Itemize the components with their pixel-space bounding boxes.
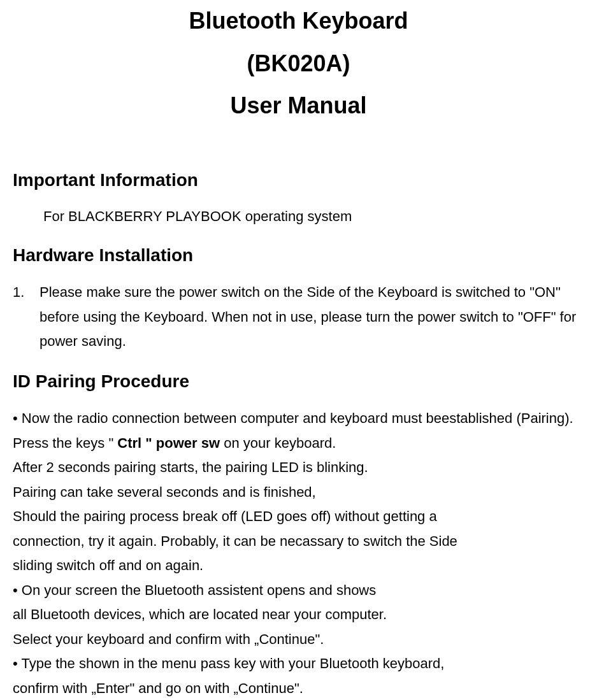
- pairing-line-11: confirm with „Enter" and go on with „Con…: [13, 676, 584, 700]
- pairing-line-8: all Bluetooth devices, which are located…: [13, 603, 584, 627]
- title-line-1: Bluetooth Keyboard: [13, 0, 584, 43]
- pairing-line-3: Pairing can take several seconds and is …: [13, 480, 584, 505]
- title-line-2: (BK020A): [13, 43, 584, 85]
- section-heading-hardware: Hardware Installation: [13, 241, 584, 270]
- title-line-3: User Manual: [13, 85, 584, 127]
- section-heading-pairing: ID Pairing Procedure: [13, 367, 584, 396]
- item-text: Please make sure the power switch on the…: [40, 284, 576, 349]
- hardware-item-1: 1. Please make sure the power switch on …: [13, 280, 584, 354]
- pairing-line-5: connection, try it again. Probably, it c…: [13, 529, 584, 554]
- important-body: For BLACKBERRY PLAYBOOK operating system: [13, 205, 584, 228]
- pairing-line-7: • On your screen the Bluetooth assistent…: [13, 578, 584, 603]
- pairing-line-4: Should the pairing process break off (LE…: [13, 504, 584, 529]
- pairing-line-10: • Type the shown in the menu pass key wi…: [13, 652, 584, 676]
- pairing-p1-bold: Ctrl " power sw: [117, 435, 220, 451]
- item-number: 1.: [13, 280, 24, 305]
- pairing-body: • Now the radio connection between compu…: [13, 406, 584, 700]
- pairing-line-6: sliding switch off and on again.: [13, 554, 584, 578]
- pairing-line-2: After 2 seconds pairing starts, the pair…: [13, 455, 584, 480]
- section-heading-important: Important Information: [13, 166, 584, 195]
- pairing-line-1: • Now the radio connection between compu…: [13, 406, 584, 455]
- pairing-line-9: Select your keyboard and confirm with „C…: [13, 627, 584, 652]
- document-title-block: Bluetooth Keyboard (BK020A) User Manual: [13, 0, 584, 127]
- pairing-p1-suffix: on your keyboard.: [220, 435, 336, 451]
